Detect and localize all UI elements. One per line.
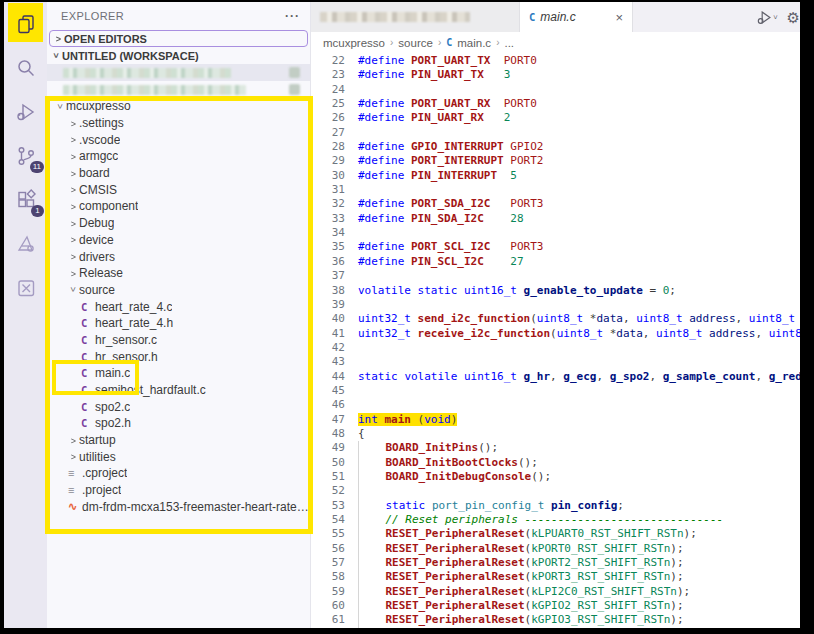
tree-item-utilities[interactable]: >utilities	[47, 448, 310, 465]
code-text: volatile static uint16_t g_enable_to_upd…	[345, 284, 676, 298]
line-number: 27	[311, 126, 345, 140]
search-icon	[15, 57, 37, 79]
code-text: uint32_t send_i2c_function(uint8_t *data…	[345, 312, 800, 326]
redacted-workspace-folder-2[interactable]	[47, 81, 310, 98]
code-text: RESET_PeripheralReset(kGPIO2_RST_SHIFT_R…	[345, 599, 684, 613]
tree-item-heart-rate-4.c[interactable]: Cheart_rate_4.c	[47, 298, 310, 315]
code-text	[345, 269, 358, 283]
line-number: 35	[311, 240, 345, 254]
close-icon[interactable]: ×	[615, 10, 623, 25]
breadcrumb-item-folder[interactable]: source	[398, 37, 433, 49]
code-text: BOARD_InitDebugConsole();	[345, 470, 551, 484]
code-line-27: 27	[311, 126, 800, 140]
c-file-icon: C	[81, 401, 95, 413]
line-number: 37	[311, 269, 345, 283]
tree-item-source[interactable]: >source	[47, 282, 310, 299]
tree-item-hr-sensor.h[interactable]: Chr_sensor.h	[47, 348, 310, 365]
line-number: 47	[311, 413, 345, 427]
tree-item-label: armgcc	[79, 149, 118, 163]
tree-item-.project[interactable]: ≡.project	[47, 482, 310, 499]
activity-search-button[interactable]	[4, 46, 47, 90]
activity-nxp-extension-button[interactable]	[4, 266, 47, 310]
tree-item-startup[interactable]: >startup	[47, 432, 310, 449]
code-text	[345, 83, 358, 97]
code-line-45: 45	[311, 384, 800, 398]
line-number: 61	[311, 613, 345, 627]
tree-item-mcuxpresso[interactable]: >mcuxpresso	[47, 98, 310, 115]
code-text: static volatile uint16_t g_hr, g_ecg, g_…	[345, 370, 800, 384]
tree-item-spo2.h[interactable]: Cspo2.h	[47, 415, 310, 432]
tree-item-board[interactable]: >board	[47, 165, 310, 182]
activity-explorer-button[interactable]	[4, 2, 47, 46]
breadcrumb-item-file[interactable]: main.c	[457, 37, 491, 49]
chevron-down-icon[interactable]: >	[771, 15, 780, 20]
code-line-36: 36#define PIN_SCL_I2C 27	[311, 255, 800, 269]
sidebar-more-actions-icon[interactable]: ···	[285, 9, 300, 23]
code-text: #define PORT_UART_TX PORT0	[345, 54, 537, 68]
code-line-44: 44static volatile uint16_t g_hr, g_ecg, …	[311, 370, 800, 384]
breadcrumb-item-project[interactable]: mcuxpresso	[323, 37, 385, 49]
sidebar-header: EXPLORER ···	[47, 2, 310, 30]
redacted-workspace-folder-1[interactable]	[47, 64, 310, 81]
activity-bar: 11 1	[4, 2, 47, 628]
activity-run-debug-button[interactable]	[4, 90, 47, 134]
tree-item-hr-sensor.c[interactable]: Chr_sensor.c	[47, 332, 310, 349]
chevron-right-icon: >	[69, 185, 79, 195]
tree-item-main.c[interactable]: Cmain.c	[47, 365, 310, 382]
tab-main-c[interactable]: C main.c ×	[520, 2, 633, 32]
tree-item-spo2.c[interactable]: Cspo2.c	[47, 398, 310, 415]
activity-mcuxpresso-tools-button[interactable]	[4, 222, 47, 266]
activity-source-control-button[interactable]: 11	[4, 134, 47, 178]
tree-item-.settings[interactable]: >.settings	[47, 115, 310, 132]
code-line-55: 55 RESET_PeripheralReset(kLPUART0_RST_SH…	[311, 527, 800, 541]
code-text: {	[345, 427, 365, 441]
c-file-icon: C	[81, 317, 95, 329]
tree-item-dm-frdm-mcxa153-freemaster-heart-rate-linkser...[interactable]: ∿dm-frdm-mcxa153-freemaster-heart-rate L…	[47, 499, 310, 516]
breadcrumb: mcuxpresso › source › C main.c › ...	[311, 32, 800, 53]
code-line-57: 57 RESET_PeripheralReset(kPORT2_RST_SHIF…	[311, 556, 800, 570]
line-number: 29	[311, 154, 345, 168]
line-number: 56	[311, 542, 345, 556]
extensions-badge: 1	[31, 205, 44, 217]
line-number: 58	[311, 570, 345, 584]
activity-extensions-button[interactable]: 1	[4, 178, 47, 222]
code-line-35: 35#define PORT_SCL_I2C PORT3	[311, 240, 800, 254]
chevron-right-icon: >	[54, 34, 64, 44]
open-editors-section[interactable]: > OPEN EDITORS	[49, 30, 308, 47]
explorer-sidebar: EXPLORER ··· > OPEN EDITORS > UNTITLED (…	[47, 2, 311, 628]
line-number: 39	[311, 298, 345, 312]
chevron-right-icon: >	[69, 202, 79, 212]
code-text: #define PIN_UART_RX 2	[345, 111, 510, 125]
tree-item-release[interactable]: >Release	[47, 265, 310, 282]
tree-item-armgcc[interactable]: >armgcc	[47, 148, 310, 165]
chevron-right-icon: >	[69, 235, 79, 245]
tree-item-heart-rate-4.h[interactable]: Cheart_rate_4.h	[47, 315, 310, 332]
redacted-text	[63, 68, 231, 78]
tree-item-label: utilities	[79, 450, 116, 464]
tree-item-label: device	[79, 233, 114, 247]
code-text	[345, 484, 359, 498]
workspace-section[interactable]: > UNTITLED (WORKSPACE)	[47, 47, 310, 64]
tree-item-debug[interactable]: >Debug	[47, 215, 310, 232]
tab-redacted[interactable]	[311, 2, 520, 32]
line-number: 60	[311, 599, 345, 613]
tree-item-.vscode[interactable]: >.vscode	[47, 131, 310, 148]
breadcrumb-separator: ›	[496, 37, 499, 48]
gear-icon[interactable]: ⚙	[787, 10, 800, 25]
tree-item-component[interactable]: >component	[47, 198, 310, 215]
breadcrumb-item-symbol[interactable]: ...	[504, 37, 514, 49]
redacted-badge	[289, 67, 300, 78]
tree-item-semihost-hardfault.c[interactable]: Csemihost_hardfault.c	[47, 382, 310, 399]
code-text: BOARD_InitBootClocks();	[345, 456, 538, 470]
tree-item-drivers[interactable]: >drivers	[47, 248, 310, 265]
code-editor[interactable]: 22#define PORT_UART_TX PORT023#define PI…	[311, 53, 800, 628]
code-text: #define PIN_SCL_I2C 27	[345, 255, 524, 269]
line-number: 52	[311, 484, 345, 498]
code-line-31: 31	[311, 183, 800, 197]
line-number: 59	[311, 585, 345, 599]
code-text: int main (void)	[345, 413, 457, 427]
tree-item-cmsis[interactable]: >CMSIS	[47, 181, 310, 198]
tree-item-.cproject[interactable]: ≡.cproject	[47, 465, 310, 482]
tree-item-device[interactable]: >device	[47, 232, 310, 249]
code-text	[345, 341, 358, 355]
